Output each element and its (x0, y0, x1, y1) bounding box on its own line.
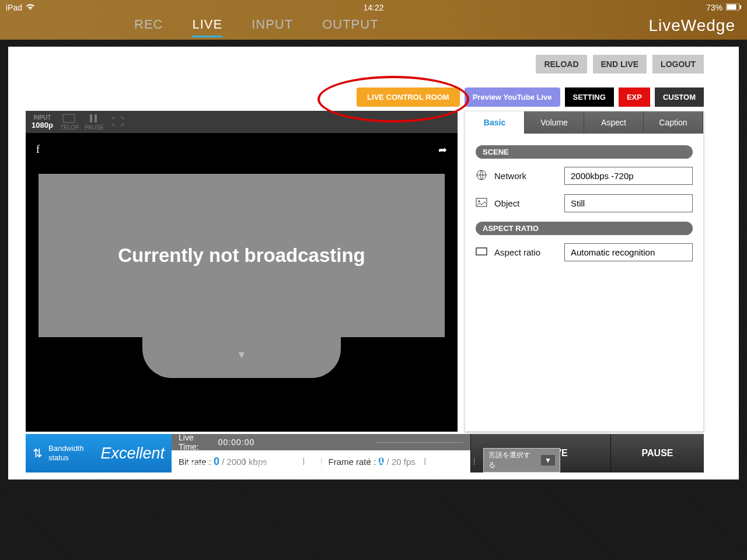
globe-icon (476, 169, 488, 183)
preview-message: Currently not broadcasting (118, 244, 365, 267)
telop-icon[interactable]: TELOP (60, 114, 78, 131)
aspect-field[interactable]: Automatic recognition (564, 243, 693, 261)
device-label: iPad (6, 3, 22, 12)
pause-icon[interactable]: PAUSE (85, 114, 102, 131)
tab-caption[interactable]: Caption (644, 111, 703, 134)
svg-rect-9 (476, 248, 487, 255)
footer-links: Online Manual| Term of Use| Privacy Poli… (187, 448, 560, 473)
live-control-room-button[interactable]: LIVE CONTROL ROOM (357, 88, 460, 107)
image-icon (476, 198, 488, 209)
nav-tab-input[interactable]: INPUT (252, 17, 293, 37)
footer-link-privacy[interactable]: Privacy Policy (313, 452, 360, 469)
svg-rect-2 (740, 5, 741, 9)
svg-point-8 (479, 200, 480, 202)
nav-tab-live[interactable]: LIVE (192, 17, 222, 37)
bandwidth-box: ⇅ Bandwidth status Excellent (26, 434, 172, 473)
chevron-down-icon: ▼ (236, 349, 247, 361)
battery-icon (726, 3, 741, 12)
brand-logo: LiveWedge (648, 16, 735, 35)
share-icon[interactable]: ➦ (438, 144, 447, 156)
tab-aspect[interactable]: Aspect (584, 111, 644, 134)
exp-button[interactable]: EXP (619, 88, 650, 107)
svg-rect-1 (727, 5, 736, 10)
preview-tray[interactable]: ▼ (142, 326, 341, 378)
live-time-value: 00:00:00 (218, 438, 255, 447)
scene-header: SCENE (476, 145, 693, 159)
setting-button[interactable]: SETTING (565, 88, 614, 107)
svg-rect-3 (63, 114, 75, 123)
nav-tab-output[interactable]: OUTPUT (322, 17, 378, 37)
chevron-down-icon: ▼ (541, 455, 555, 466)
pause-button[interactable]: PAUSE (610, 434, 704, 473)
footer-link-manual[interactable]: Online Manual (187, 452, 236, 469)
facebook-icon[interactable]: f (36, 144, 40, 156)
preview-youtube-button[interactable]: Preview YouTube Live (465, 88, 560, 107)
object-label: Object (494, 198, 558, 208)
end-live-button[interactable]: END LIVE (593, 55, 647, 74)
language-select[interactable]: 言語を選択する▼ (483, 448, 560, 473)
battery-percent: 73% (706, 3, 722, 12)
bandwidth-value: Excellent (100, 444, 165, 463)
preview-column: INPUT 1080p TELOP PAUSE f ➦ (26, 111, 458, 432)
preview-area: f ➦ Currently not broadcasting ▼ (26, 133, 458, 432)
app-panel: RELOAD END LIVE LOGOUT LIVE CONTROL ROOM… (8, 47, 739, 480)
preview-message-box: Currently not broadcasting (39, 174, 445, 337)
ios-status-bar: iPad 14:22 73% (0, 0, 747, 15)
footer-link-term[interactable]: Term of Use (254, 452, 295, 469)
input-resolution: 1080p (32, 121, 53, 130)
reload-button[interactable]: RELOAD (536, 55, 587, 74)
network-field[interactable]: 2000kbps -720p (564, 167, 693, 185)
logout-button[interactable]: LOGOUT (652, 55, 704, 74)
settings-panel: Basic Volume Aspect Caption SCENE Networ… (465, 111, 704, 432)
clock: 14:22 (363, 3, 383, 12)
footer-link-about[interactable]: About Us (434, 452, 465, 469)
network-label: Network (494, 171, 558, 181)
nav-tab-rec[interactable]: REC (134, 17, 163, 37)
input-bar: INPUT 1080p TELOP PAUSE (26, 111, 458, 133)
tab-basic[interactable]: Basic (465, 111, 525, 134)
bandwidth-label-1: Bandwidth (48, 444, 84, 453)
custom-button[interactable]: CUSTOM (655, 88, 704, 107)
bandwidth-label-2: status (48, 453, 84, 463)
wifi-icon (26, 3, 35, 12)
fullscreen-icon[interactable] (109, 117, 127, 127)
svg-rect-5 (95, 114, 97, 123)
aspect-icon (476, 247, 488, 258)
footer-link-contact[interactable]: Contact Us (378, 452, 416, 469)
tab-volume[interactable]: Volume (525, 111, 584, 134)
aspect-header: ASPECT RATIO (476, 222, 693, 235)
input-label: INPUT (33, 115, 51, 121)
svg-rect-4 (90, 114, 92, 123)
updown-icon: ⇅ (33, 446, 43, 460)
aspect-label: Aspect ratio (494, 247, 558, 257)
object-field[interactable]: Still (564, 194, 693, 212)
